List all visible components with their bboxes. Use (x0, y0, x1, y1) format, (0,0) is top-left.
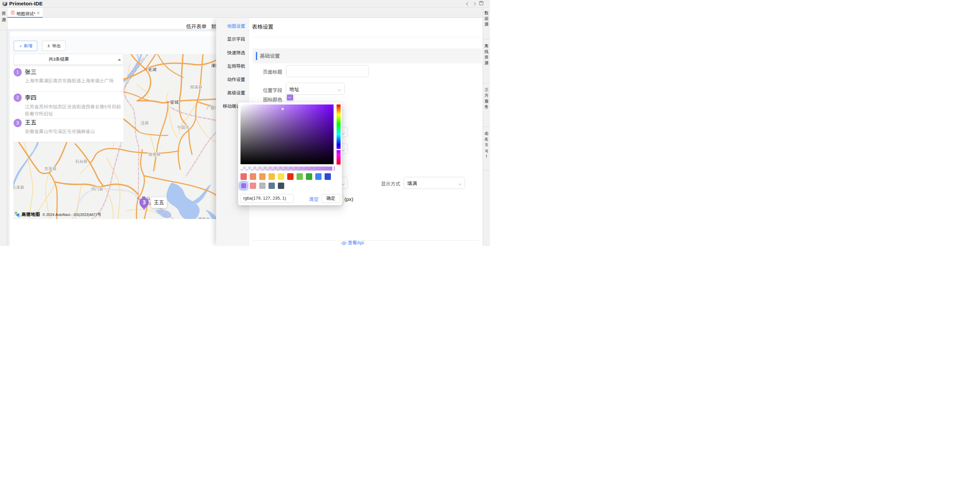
svg-text:泾县: 泾县 (141, 120, 149, 126)
svg-text:郎溪县: 郎溪县 (190, 84, 202, 89)
svg-text:芜湖: 芜湖 (148, 66, 156, 72)
svg-text:宣城: 宣城 (170, 99, 179, 105)
svg-text:东至县: 东至县 (45, 165, 56, 171)
svg-text:广德市: 广德市 (207, 104, 216, 110)
svg-text:石台县: 石台县 (75, 158, 88, 164)
svg-text:彭泽县: 彭泽县 (13, 184, 24, 190)
svg-text:旌德县: 旌德县 (148, 151, 161, 157)
svg-text:3: 3 (142, 199, 145, 205)
svg-text:建德市: 建德市 (198, 216, 210, 219)
svg-text:宁国市: 宁国市 (177, 124, 189, 130)
svg-text:溧阳: 溧阳 (211, 62, 216, 69)
svg-text:祁门县: 祁门县 (91, 185, 103, 191)
